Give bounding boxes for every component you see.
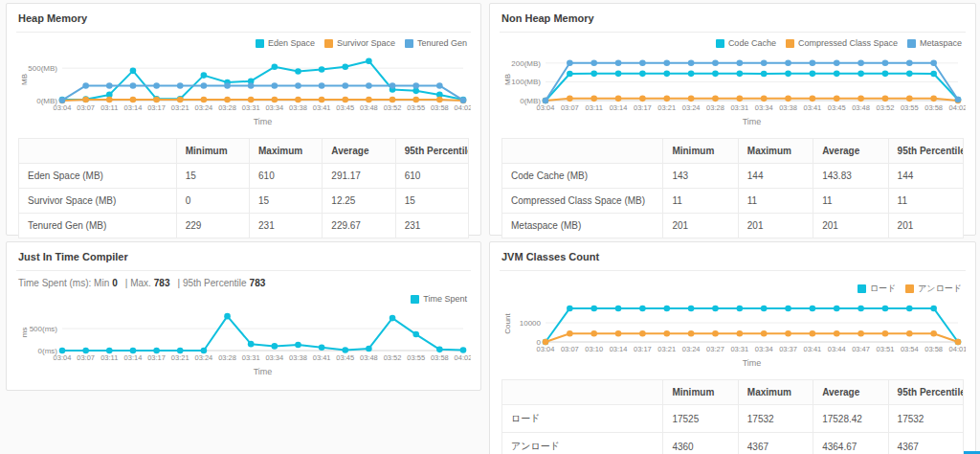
data-point [882,330,889,337]
x-tick-label: 03:48 [360,353,378,362]
chart-legend: Code CacheCompressed Class SpaceMetaspac… [503,38,962,48]
chart-legend: Eden SpaceSurvivor SpaceTenured Gen [20,38,467,48]
data-point [858,306,864,312]
data-point [639,96,646,102]
heap-stats-table: MinimumMaximumAverage95th Percentile Ede… [18,138,469,238]
x-tick-label: 04:01 [949,345,966,353]
data-point [366,346,372,352]
y-axis-title: MB [20,74,29,85]
chart-legend: Time Spent [20,294,467,304]
y-tick-label: 500(MB) [28,64,57,73]
x-tick-label: 03:24 [682,345,701,353]
data-point [567,59,573,66]
data-point [436,347,443,353]
data-point [639,59,646,66]
legend-item[interactable]: Time Spent [411,294,467,304]
table-cell: 143.83 [813,164,888,189]
jvm-classes-stats-table: MinimumMaximumAverage95th Percentile ロード… [501,379,964,454]
x-tick-label: 03:45 [336,103,354,112]
data-point [224,97,231,103]
data-point [201,82,208,89]
x-tick-label: 03:55 [901,103,919,112]
data-point [834,330,840,337]
legend-swatch-icon [716,39,724,48]
x-tick-label: 03:31 [730,103,748,112]
legend-swatch-icon [905,284,914,293]
data-point [319,66,325,73]
x-tick-label: 03:45 [828,103,846,112]
table-cell: 17532 [738,405,813,433]
x-tick-label: 03:10 [585,345,603,353]
table-header-cell [502,380,663,405]
data-point [785,59,791,66]
data-point [810,330,816,337]
legend-item[interactable]: Code Cache [716,38,776,48]
data-point [272,64,278,71]
table-cell: 11 [663,189,738,214]
x-tick-label: 03:14 [610,345,628,353]
legend-item[interactable]: ロード [858,283,896,295]
data-point [688,71,695,78]
table-cell: Metaspace (MB) [502,214,663,238]
legend-item[interactable]: Tenured Gen [405,38,467,48]
legend-item[interactable]: アンロード [905,283,962,295]
y-tick-label: 10000 [520,319,542,328]
table-cell: Eden Space (MB) [19,164,177,189]
jit-time-spent-chart: 0(ms)500(ms)ms03:0403:0703:1103:1403:170… [18,307,471,363]
data-point [224,313,231,320]
data-point [130,68,137,75]
data-point [906,59,913,66]
legend-label: Metaspace [920,38,962,48]
data-point [615,330,622,337]
data-point [785,306,791,312]
heap-memory-panel: Heap Memory Eden SpaceSurvivor SpaceTenu… [6,3,481,236]
data-point [248,341,255,348]
non-heap-memory-chart: 0(MB)100(MB)200(MB)MB03:0403:0703:1103:1… [501,52,966,113]
data-point [712,59,719,66]
x-tick-label: 03:21 [657,345,676,353]
data-point [201,97,208,103]
data-point [810,59,816,66]
summary-max-label: | Max. [125,278,151,288]
x-tick-label: 03:07 [561,103,579,112]
summary-p95-label: | 95th Percentile [178,278,247,288]
x-tick-label: 03:04 [537,345,555,353]
summary-min-label: Time Spent (ms): Min [18,278,109,288]
table-cell: 201 [813,214,888,238]
legend-label: ロード [870,283,896,295]
legend-item[interactable]: Metaspace [907,38,962,48]
data-point [543,339,549,346]
x-tick-label: 03:31 [730,345,748,353]
x-tick-label: 03:51 [877,345,895,353]
panel-title: Just In Time Compiler [16,242,471,271]
table-cell: 144 [738,164,813,189]
legend-label: Eden Space [268,38,315,48]
x-tick-label: 03:04 [54,103,72,112]
x-tick-label: 03:31 [242,103,260,112]
table-cell: 143 [663,164,738,189]
legend-label: Survivor Space [337,38,395,48]
chart-area: 0(MB)100(MB)200(MB)MB03:0403:0703:1103:1… [501,52,964,117]
legend-item[interactable]: Survivor Space [324,38,395,48]
x-tick-label: 03:41 [803,103,821,112]
x-tick-label: 03:28 [218,103,236,112]
data-point [272,97,278,103]
x-tick-label: 03:21 [171,353,189,362]
table-row: ロード175251753217528.4217532 [502,405,964,433]
y-tick-label: 200(MB) [511,59,541,68]
data-point [761,59,768,66]
legend-item[interactable]: Compressed Class Space [786,38,898,48]
table-row: Survivor Space (MB)01512.2515 [19,189,469,214]
table-cell: 17525 [663,405,738,433]
data-point [930,306,937,312]
data-point [882,71,889,78]
data-point [272,343,278,350]
table-cell: ロード [502,405,663,433]
x-tick-label: 03:58 [431,103,449,112]
data-point [201,72,208,79]
panel-title: Non Heap Memory [500,4,966,33]
non-heap-stats-table: MinimumMaximumAverage95th Percentile Cod… [501,138,964,238]
data-point [248,82,255,89]
legend-item[interactable]: Eden Space [256,38,315,48]
summary-min-value: 0 [112,278,118,288]
